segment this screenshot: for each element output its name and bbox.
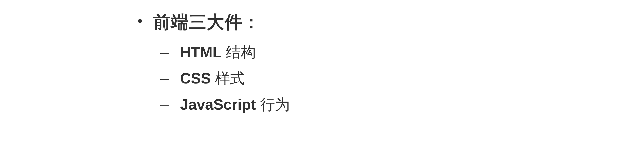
sub-item-bold: HTML <box>180 44 222 60</box>
sub-list: – HTML 结构 – CSS 样式 – JavaScript 行为 <box>160 42 290 115</box>
bullet-icon: • <box>138 13 142 28</box>
sub-item-text: HTML 结构 <box>180 42 256 62</box>
sub-item-text: JavaScript 行为 <box>180 95 290 115</box>
main-list-item: • 前端三大件： <box>138 10 290 34</box>
sub-list-item: – JavaScript 行为 <box>160 95 290 115</box>
sub-item-bold: JavaScript <box>180 96 256 113</box>
sub-item-bold: CSS <box>180 70 211 87</box>
sub-item-text: CSS 样式 <box>180 69 245 88</box>
main-item-text: 前端三大件： <box>153 10 260 34</box>
sub-list-item: – CSS 样式 <box>160 69 290 88</box>
sub-item-rest: 结构 <box>222 44 256 60</box>
dash-icon: – <box>160 70 168 87</box>
dash-icon: – <box>160 44 168 61</box>
sub-item-rest: 样式 <box>211 70 245 87</box>
bullet-list-content: • 前端三大件： – HTML 结构 – CSS 样式 – JavaScript… <box>138 10 290 121</box>
dash-icon: – <box>160 96 168 113</box>
sub-item-rest: 行为 <box>256 96 290 113</box>
sub-list-item: – HTML 结构 <box>160 42 290 62</box>
